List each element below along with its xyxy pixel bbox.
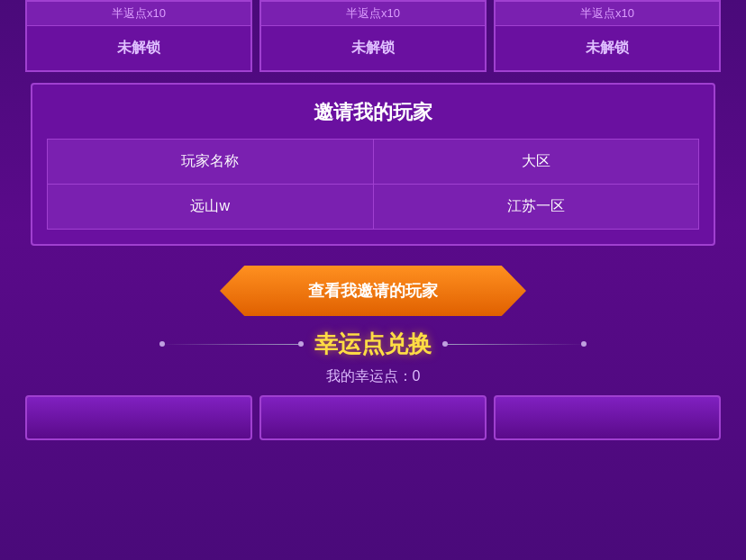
view-invited-button[interactable]: 查看我邀请的玩家 — [220, 266, 526, 316]
player-region: 江苏一区 — [373, 185, 699, 230]
unlock-card-1: 半返点x10 未解锁 — [25, 0, 252, 72]
unlock-card-2-btn[interactable]: 未解锁 — [261, 26, 485, 70]
lucky-title: 幸运点兑换 — [314, 329, 432, 360]
bottom-card-3 — [494, 395, 721, 440]
unlock-card-3: 半返点x10 未解锁 — [494, 0, 721, 72]
unlock-card-3-btn[interactable]: 未解锁 — [496, 26, 719, 70]
lucky-section: 幸运点兑换 我的幸运点：0 — [0, 329, 746, 386]
table-row: 远山w 江苏一区 — [48, 185, 699, 230]
table-header-name: 玩家名称 — [48, 140, 374, 185]
page-wrapper: 半返点x10 未解锁 半返点x10 未解锁 半返点x10 未解锁 邀请我的玩家 … — [0, 0, 746, 560]
unlock-card-2: 半返点x10 未解锁 — [259, 0, 487, 72]
unlock-row: 半返点x10 未解锁 半返点x10 未解锁 半返点x10 未解锁 — [0, 0, 746, 72]
view-btn-wrapper: 查看我邀请的玩家 — [220, 266, 526, 316]
lucky-header: 幸运点兑换 — [159, 329, 587, 360]
lucky-line-right — [442, 344, 587, 345]
unlock-card-1-top: 半返点x10 — [27, 2, 250, 26]
bottom-row — [0, 395, 746, 440]
bottom-card-1 — [25, 395, 252, 440]
unlock-card-1-btn[interactable]: 未解锁 — [27, 26, 250, 70]
invite-title: 邀请我的玩家 — [47, 99, 699, 126]
invite-section: 邀请我的玩家 玩家名称 大区 远山w 江苏一区 — [31, 83, 715, 246]
table-header-region: 大区 — [373, 140, 699, 185]
unlock-card-2-top: 半返点x10 — [261, 2, 485, 26]
player-name: 远山w — [48, 185, 374, 230]
unlock-card-3-top: 半返点x10 — [496, 2, 719, 26]
lucky-points: 我的幸运点：0 — [326, 367, 421, 386]
bottom-card-2 — [259, 395, 487, 440]
lucky-line-left — [159, 344, 304, 345]
invite-table: 玩家名称 大区 远山w 江苏一区 — [47, 139, 699, 230]
